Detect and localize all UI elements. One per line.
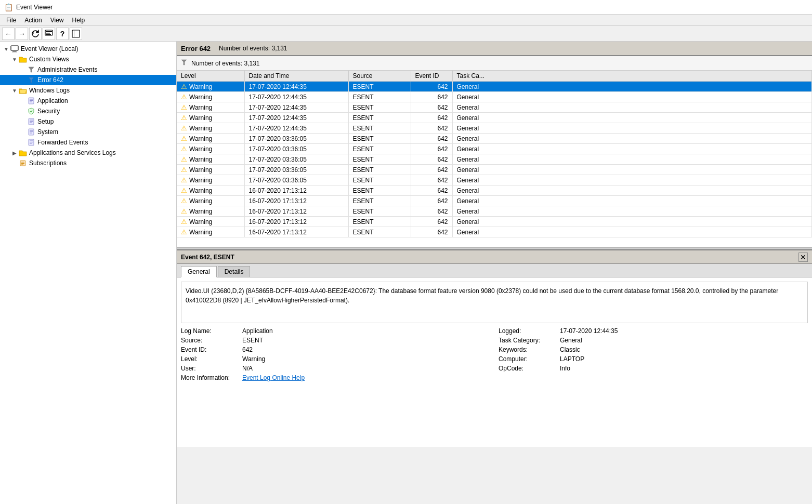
label-source: Source: — [181, 337, 238, 344]
table-row[interactable]: Warning17-07-2020 03:36:05ESENT642Genera… — [177, 165, 812, 175]
cell-eventid: 642 — [411, 217, 452, 227]
menu-file[interactable]: File — [2, 16, 20, 25]
tree-label-subscriptions: Subscriptions — [29, 160, 67, 167]
tree-item-admin-events[interactable]: Administrative Events — [0, 64, 176, 75]
table-row[interactable]: Warning17-07-2020 12:44:35ESENT642Genera… — [177, 123, 812, 134]
table-row[interactable]: Warning16-07-2020 17:13:12ESENT642Genera… — [177, 206, 812, 217]
app-icon: 📋 — [4, 3, 13, 11]
tab-general[interactable]: General — [181, 266, 217, 277]
cell-datetime: 16-07-2020 17:13:12 — [244, 185, 348, 196]
menu-view[interactable]: View — [46, 16, 68, 25]
table-row[interactable]: Warning16-07-2020 17:13:12ESENT642Genera… — [177, 217, 812, 227]
menu-action[interactable]: Action — [20, 16, 46, 25]
tree-item-custom-views[interactable]: ▼ Custom Views — [0, 54, 176, 64]
table-row[interactable]: Warning17-07-2020 12:44:35ESENT642Genera… — [177, 102, 812, 113]
forward-button[interactable]: → — [16, 28, 28, 40]
tab-details[interactable]: Details — [218, 266, 251, 277]
table-row[interactable]: Warning17-07-2020 03:36:05ESENT642Genera… — [177, 134, 812, 144]
label-taskcategory: Task Category: — [499, 337, 556, 344]
back-button[interactable]: ← — [2, 28, 15, 40]
cell-eventid: 642 — [411, 113, 452, 123]
tree-label-custom-views: Custom Views — [29, 56, 69, 63]
table-row[interactable]: Warning16-07-2020 17:13:12ESENT642Genera… — [177, 196, 812, 206]
row-level: Level: Warning — [181, 355, 490, 363]
value-keywords: Classic — [560, 346, 580, 353]
events-table-container[interactable]: Level Date and Time Source Event ID Task… — [177, 71, 812, 247]
tree-item-system[interactable]: System — [0, 127, 176, 137]
cell-eventid: 642 — [411, 123, 452, 134]
detail-panel: Event 642, ESENT ✕ General Details Video… — [177, 249, 812, 447]
svg-marker-10 — [29, 77, 34, 83]
tree-item-windows-logs[interactable]: ▼ Windows Logs — [0, 85, 176, 96]
svg-rect-8 — [12, 51, 17, 52]
tree-label-root: Event Viewer (Local) — [21, 45, 78, 52]
value-opcode: Info — [560, 365, 570, 372]
cell-datetime: 16-07-2020 17:13:12 — [244, 227, 348, 237]
refresh-button[interactable] — [29, 28, 42, 40]
svg-rect-3 — [46, 34, 51, 35]
log-icon-setup — [27, 117, 35, 126]
table-row[interactable]: Warning17-07-2020 03:36:05ESENT642Genera… — [177, 175, 812, 185]
tree-item-root[interactable]: ▼ Event Viewer (Local) — [0, 44, 176, 54]
col-eventid[interactable]: Event ID — [411, 71, 452, 82]
tree-item-subscriptions[interactable]: Subscriptions — [0, 158, 176, 168]
cell-datetime: 17-07-2020 03:36:05 — [244, 134, 348, 144]
cell-source: ESENT — [348, 206, 411, 217]
cell-level: Warning — [177, 123, 244, 134]
events-table: Level Date and Time Source Event ID Task… — [177, 71, 812, 237]
tree-label-error642: Error 642 — [37, 76, 63, 84]
spacer-error642 — [19, 76, 27, 84]
table-row[interactable]: Warning17-07-2020 03:36:05ESENT642Genera… — [177, 154, 812, 165]
left-panel: ▼ Event Viewer (Local) ▼ Custom Views Ad… — [0, 42, 177, 504]
table-row[interactable]: Warning17-07-2020 12:44:35ESENT642Genera… — [177, 92, 812, 102]
table-row[interactable]: Warning17-07-2020 03:36:05ESENT642Genera… — [177, 144, 812, 154]
tree-item-forwarded[interactable]: Forwarded Events — [0, 137, 176, 148]
col-level[interactable]: Level — [177, 71, 244, 82]
cell-taskcategory: General — [452, 206, 812, 217]
detail-info-grid: Log Name: Application Logged: 17-07-2020… — [181, 323, 808, 381]
cell-source: ESENT — [348, 154, 411, 165]
cell-eventid: 642 — [411, 102, 452, 113]
tree-item-security[interactable]: Security — [0, 106, 176, 116]
col-taskca[interactable]: Task Ca... — [452, 71, 812, 82]
cell-level: Warning — [177, 196, 244, 206]
col-datetime[interactable]: Date and Time — [244, 71, 348, 82]
warning-icon: Warning — [181, 145, 212, 153]
filter-icon-error642 — [27, 76, 35, 84]
cell-taskcategory: General — [452, 134, 812, 144]
event-message[interactable]: Video.UI (23680,D,2) {8A5865B-DCFF-4019-… — [181, 282, 808, 323]
svg-marker-33 — [181, 60, 187, 65]
tree-item-application[interactable]: Application — [0, 96, 176, 106]
tree-item-apps-services[interactable]: ▶ Applications and Services Logs — [0, 148, 176, 158]
cell-level: Warning — [177, 227, 244, 237]
table-row[interactable]: Warning16-07-2020 17:13:12ESENT642Genera… — [177, 227, 812, 237]
cell-taskcategory: General — [452, 113, 812, 123]
properties-button[interactable] — [43, 28, 55, 40]
show-hide-button[interactable] — [70, 28, 82, 40]
value-logged: 17-07-2020 12:44:35 — [560, 327, 618, 335]
menu-help[interactable]: Help — [68, 16, 89, 25]
table-row[interactable]: Warning16-07-2020 17:13:12ESENT642Genera… — [177, 185, 812, 196]
spacer-system — [19, 128, 27, 136]
cell-source: ESENT — [348, 175, 411, 185]
cell-taskcategory: General — [452, 217, 812, 227]
tree-item-setup[interactable]: Setup — [0, 116, 176, 127]
close-detail-button[interactable]: ✕ — [798, 253, 808, 262]
cell-source: ESENT — [348, 217, 411, 227]
tree-item-error-642[interactable]: Error 642 — [0, 75, 176, 85]
warning-icon: Warning — [181, 83, 212, 90]
tree-label-setup: Setup — [37, 118, 54, 125]
spacer-app — [19, 97, 27, 105]
more-info-link[interactable]: Event Log Online Help — [242, 374, 305, 381]
help-button[interactable]: ? — [56, 28, 69, 40]
folder-open-icon — [19, 86, 27, 95]
row-taskcategory: Task Category: General — [499, 337, 808, 344]
cell-taskcategory: General — [452, 227, 812, 237]
table-row[interactable]: Warning17-07-2020 12:44:35ESENT642Genera… — [177, 113, 812, 123]
filter-bar: Number of events: 3,131 — [177, 56, 812, 71]
col-source[interactable]: Source — [348, 71, 411, 82]
tree-label-forwarded: Forwarded Events — [37, 139, 88, 146]
menu-bar: File Action View Help — [0, 15, 812, 26]
cell-eventid: 642 — [411, 227, 452, 237]
table-row[interactable]: Warning17-07-2020 12:44:35ESENT642Genera… — [177, 82, 812, 92]
